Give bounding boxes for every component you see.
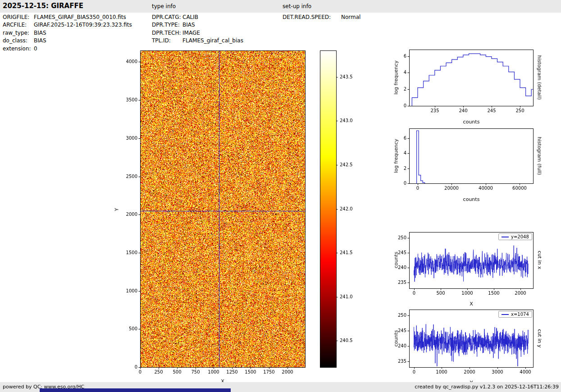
cut-y-legend-label: x=1074: [511, 312, 529, 317]
field-value: BIAS: [34, 30, 46, 37]
cut-in-y-figure: counts cut in y Y x=1074: [388, 308, 561, 392]
field-label: extension:: [3, 46, 34, 53]
field-label: DPR.TYPE:: [152, 22, 182, 29]
header-bar: 2025-12-15: GIRAFFE type info set-up inf…: [0, 0, 561, 13]
legend-line-sample: [502, 237, 509, 237]
hist-detail-side-label: histogram (detail): [537, 55, 543, 100]
cut-in-y-canvas: [388, 308, 561, 392]
footer-created-by: created by qc_rawdisp.py v1.2.3 on 2025-…: [415, 384, 559, 390]
type-info-row: TPL.ID: FLAMES_giraf_cal_bias: [152, 37, 280, 45]
setup-info-header: set-up info: [283, 3, 311, 9]
field-value: FLAMES_GIRAF_BIAS350_0010.fits: [34, 14, 126, 22]
legend-line-sample: [502, 314, 509, 315]
field-value: GIRAF.2025-12-16T09:39:23.323.fits: [34, 22, 132, 29]
field-value: 0: [34, 46, 37, 53]
field-label: DPR.CATG:: [152, 14, 182, 22]
cut-x-y-label: counts: [393, 252, 399, 269]
page-title: 2025-12-15: GIRAFFE: [3, 2, 83, 10]
field-label: raw_type:: [3, 30, 34, 37]
bottom-accent-bar: [40, 388, 231, 392]
field-value: Normal: [341, 14, 360, 22]
field-value: BIAS: [182, 22, 195, 29]
type-info-block: DPR.CATG: CALIB DPR.TYPE: BIAS DPR.TECH:…: [152, 14, 280, 46]
cut-y-side-label: cut in y: [537, 329, 543, 348]
histogram-full-figure: log frequency histogram (full) counts: [388, 127, 561, 208]
histogram-detail-canvas: [388, 47, 561, 128]
cut-x-legend: y=2048: [498, 233, 532, 240]
hist-full-x-label: counts: [463, 196, 480, 202]
field-label: DPR.TECH:: [152, 30, 182, 37]
hist-full-y-label: log frequency: [393, 139, 399, 173]
type-info-header: type info: [152, 3, 176, 9]
type-info-row: DPR.TYPE: BIAS: [152, 22, 280, 29]
cut-x-side-label: cut in x: [537, 251, 543, 269]
cut-x-x-label: X: [470, 301, 473, 307]
field-label: ARCFILE:: [3, 22, 34, 29]
hist-detail-y-label: log frequency: [393, 60, 399, 94]
field-label: TPL.ID:: [152, 37, 182, 45]
field-value: IMAGE: [182, 30, 200, 37]
setup-info-block: DET.READ.SPEED: Normal: [283, 14, 418, 22]
field-label: do_class:: [3, 37, 34, 45]
cut-x-legend-label: y=2048: [511, 234, 529, 239]
main-y-axis-label: Y: [114, 208, 120, 211]
setup-info-row: DET.READ.SPEED: Normal: [283, 14, 418, 22]
field-value: BIAS: [34, 37, 46, 45]
type-info-row: DPR.TECH: IMAGE: [152, 30, 280, 37]
cut-y-legend: x=1074: [498, 311, 532, 318]
file-info-row: raw_type: BIAS: [3, 30, 149, 37]
field-label: DET.READ.SPEED:: [283, 14, 341, 22]
field-label: ORIGFILE:: [3, 14, 34, 22]
file-info-row: do_class: BIAS: [3, 37, 149, 45]
raw-image-canvas: [104, 47, 365, 391]
cut-in-x-figure: counts cut in x X y=2048: [388, 230, 561, 309]
field-value: FLAMES_giraf_cal_bias: [182, 37, 243, 45]
hist-full-side-label: histogram (full): [537, 137, 543, 175]
cut-y-y-label: counts: [393, 330, 399, 347]
raw-image-figure: Y X: [104, 47, 365, 391]
cut-in-x-canvas: [388, 230, 561, 309]
file-info-row: ORIGFILE: FLAMES_GIRAF_BIAS350_0010.fits: [3, 14, 149, 22]
histogram-detail-figure: log frequency histogram (detail) counts: [388, 47, 561, 128]
hist-detail-x-label: counts: [463, 119, 480, 125]
file-info-row: ARCFILE: GIRAF.2025-12-16T09:39:23.323.f…: [3, 22, 149, 29]
type-info-row: DPR.CATG: CALIB: [152, 14, 280, 22]
field-value: CALIB: [182, 14, 198, 22]
